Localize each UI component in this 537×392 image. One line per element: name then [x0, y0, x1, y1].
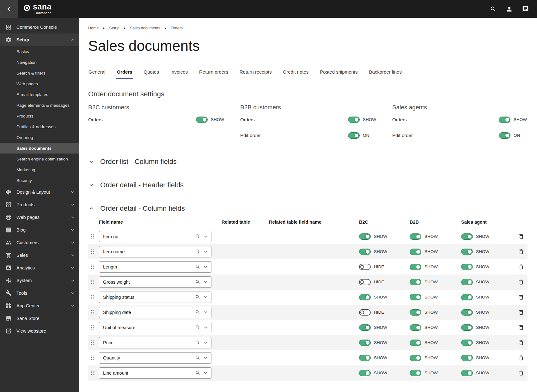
- drag-handle[interactable]: [88, 233, 99, 239]
- tab-return-receipts[interactable]: Return receipts: [239, 67, 272, 79]
- chevron-down-icon[interactable]: [88, 159, 95, 165]
- search-icon[interactable]: [195, 279, 200, 285]
- b2c-toggle[interactable]: [359, 249, 371, 255]
- sidebar-item-sana-store[interactable]: Sana Store: [0, 312, 79, 325]
- tab-return-orders[interactable]: Return orders: [199, 67, 229, 79]
- sales-agents-edit-order-toggle[interactable]: [499, 132, 510, 139]
- b2b-customers-orders-toggle[interactable]: [348, 117, 360, 123]
- drag-handle[interactable]: [88, 355, 99, 361]
- delete-row-button[interactable]: [518, 264, 524, 270]
- sidebar-subitem-security[interactable]: Security: [0, 175, 79, 186]
- tab-credit-notes[interactable]: Credit notes: [283, 67, 309, 79]
- tab-orders[interactable]: Orders: [116, 67, 132, 79]
- delete-row-button[interactable]: [518, 340, 524, 346]
- sidebar-item-system[interactable]: System: [0, 274, 79, 287]
- b2c-toggle[interactable]: [359, 340, 371, 346]
- search-icon[interactable]: [195, 325, 200, 330]
- sidebar-item-setup[interactable]: Setup: [0, 33, 79, 46]
- chevron-down-icon[interactable]: [203, 370, 209, 376]
- sidebar-item-app-center[interactable]: App Center: [0, 299, 79, 312]
- b2b-toggle[interactable]: [410, 233, 421, 240]
- sidebar-item-commerce-console[interactable]: Commerce Console: [0, 21, 79, 33]
- back-button[interactable]: [0, 0, 18, 18]
- field-name-input[interactable]: Quantity: [99, 352, 211, 364]
- b2b-toggle[interactable]: [410, 294, 421, 300]
- field-name-input[interactable]: Length: [99, 261, 211, 273]
- chevron-down-icon[interactable]: [203, 340, 209, 346]
- sidebar-item-tools[interactable]: Tools: [0, 287, 79, 299]
- sidebar-subitem-search-engine-optimization[interactable]: Search engine optimization: [0, 154, 79, 164]
- search-icon[interactable]: [490, 6, 497, 12]
- chevron-down-icon[interactable]: [203, 264, 209, 270]
- sales-agent-toggle[interactable]: [461, 355, 473, 361]
- feedback-icon[interactable]: [522, 6, 529, 12]
- drag-handle[interactable]: [88, 279, 99, 285]
- b2c-toggle[interactable]: [359, 324, 371, 331]
- delete-row-button[interactable]: [518, 355, 524, 361]
- delete-row-button[interactable]: [518, 294, 524, 300]
- sidebar-subitem-navigation[interactable]: Navigation: [0, 57, 79, 68]
- sales-agent-toggle[interactable]: [461, 249, 473, 255]
- breadcrumb-item-home[interactable]: Home: [88, 26, 99, 30]
- b2c-toggle[interactable]: [359, 370, 371, 376]
- search-icon[interactable]: [195, 340, 200, 345]
- field-name-input[interactable]: Gross weight: [99, 276, 211, 288]
- breadcrumb-item-setup[interactable]: Setup: [109, 26, 119, 30]
- field-name-input[interactable]: Price: [99, 337, 211, 348]
- sidebar-subitem-profiles-addresses[interactable]: Profiles & addresses: [0, 121, 79, 132]
- drag-handle[interactable]: [88, 309, 99, 315]
- chevron-up-icon[interactable]: [88, 205, 95, 212]
- delete-row-button[interactable]: [518, 370, 524, 376]
- sidebar-item-web-pages[interactable]: Web pages: [0, 211, 79, 224]
- search-icon[interactable]: [195, 249, 200, 254]
- sidebar-item-design-layout[interactable]: Design & Layout: [0, 186, 79, 198]
- b2b-toggle[interactable]: [410, 279, 421, 285]
- field-name-input[interactable]: Shipping status: [99, 292, 211, 303]
- search-icon[interactable]: [195, 234, 200, 239]
- b2b-toggle[interactable]: [410, 355, 421, 361]
- drag-handle[interactable]: [88, 340, 99, 346]
- chevron-down-icon[interactable]: [203, 355, 209, 361]
- sidebar-subitem-ordering[interactable]: Ordering: [0, 132, 79, 143]
- delete-row-button[interactable]: [518, 324, 524, 331]
- b2c-toggle[interactable]: [359, 355, 371, 361]
- sidebar-subitem-products[interactable]: Products: [0, 111, 79, 121]
- drag-handle[interactable]: [88, 324, 99, 330]
- delete-row-button[interactable]: [518, 249, 524, 255]
- b2b-toggle[interactable]: [410, 309, 421, 316]
- sales-agent-toggle[interactable]: [461, 264, 473, 270]
- chevron-down-icon[interactable]: [203, 294, 209, 300]
- sidebar-subitem-e-mail-templates[interactable]: E-mail templates: [0, 89, 79, 100]
- tab-quotes[interactable]: Quotes: [143, 67, 159, 79]
- chevron-down-icon[interactable]: [203, 324, 209, 330]
- b2c-toggle[interactable]: [359, 279, 371, 285]
- search-icon[interactable]: [195, 310, 200, 315]
- b2c-toggle[interactable]: [359, 264, 371, 270]
- b2c-toggle[interactable]: [359, 294, 371, 300]
- field-name-input[interactable]: Line amount: [99, 367, 211, 379]
- b2c-toggle[interactable]: [359, 233, 371, 240]
- account-icon[interactable]: [506, 6, 513, 12]
- breadcrumb-item-sales-documents[interactable]: Sales documents: [130, 26, 160, 30]
- search-icon[interactable]: [195, 264, 200, 269]
- delete-row-button[interactable]: [518, 233, 524, 240]
- chevron-down-icon[interactable]: [203, 233, 209, 239]
- b2c-customers-orders-toggle[interactable]: [196, 117, 208, 123]
- sidebar-subitem-search-filters[interactable]: Search & filters: [0, 68, 79, 78]
- field-name-input[interactable]: Item no.: [99, 231, 211, 242]
- b2b-customers-edit-order-toggle[interactable]: [348, 132, 360, 139]
- sidebar-item-view-webstore[interactable]: View webstore: [0, 325, 79, 337]
- sidebar-item-sales[interactable]: Sales: [0, 249, 79, 262]
- b2c-toggle[interactable]: [359, 309, 371, 316]
- chevron-down-icon[interactable]: [203, 249, 209, 255]
- b2b-toggle[interactable]: [410, 324, 421, 331]
- search-icon[interactable]: [195, 294, 200, 300]
- drag-handle[interactable]: [88, 264, 99, 270]
- section-order-list-column-fields[interactable]: Order list - Column fields: [88, 158, 528, 166]
- b2b-toggle[interactable]: [410, 249, 421, 255]
- sidebar-subitem-marketing[interactable]: Marketing: [0, 164, 79, 175]
- sidebar-subitem-sales-documents[interactable]: Sales documents: [0, 143, 79, 154]
- search-icon[interactable]: [195, 355, 200, 360]
- search-icon[interactable]: [195, 370, 200, 376]
- field-name-input[interactable]: Unit of measure: [99, 322, 211, 333]
